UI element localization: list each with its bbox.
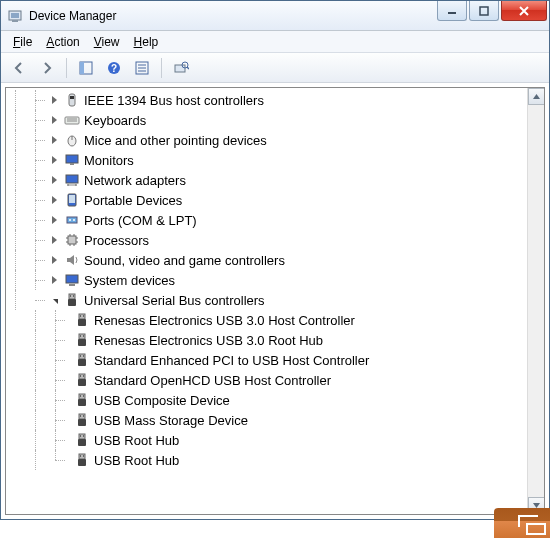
svg-rect-49 — [79, 314, 85, 319]
svg-rect-64 — [83, 375, 84, 377]
svg-rect-59 — [80, 355, 81, 357]
expand-icon[interactable] — [46, 272, 62, 288]
usb-icon — [74, 352, 90, 368]
usb-icon — [74, 412, 90, 428]
expand-icon[interactable] — [46, 192, 62, 208]
svg-rect-63 — [80, 375, 81, 377]
device-manager-window: Device Manager File Action View Help — [0, 0, 550, 520]
tree-node[interactable]: Network adapters — [6, 170, 527, 190]
tree-leaf[interactable]: Renesas Electronics USB 3.0 Host Control… — [6, 310, 527, 330]
svg-rect-31 — [67, 217, 77, 223]
tree-node[interactable]: Monitors — [6, 150, 527, 170]
device-tree[interactable]: IEEE 1394 Bus host controllersKeyboardsM… — [6, 88, 527, 514]
svg-rect-71 — [80, 415, 81, 417]
svg-rect-51 — [80, 315, 81, 317]
expand-icon[interactable] — [46, 112, 62, 128]
tree-leaf[interactable]: Standard OpenHCD USB Host Controller — [6, 370, 527, 390]
menu-file[interactable]: File — [7, 33, 38, 51]
scroll-up-button[interactable] — [528, 88, 545, 105]
svg-rect-50 — [78, 319, 86, 326]
usb-icon — [74, 432, 90, 448]
svg-rect-74 — [78, 439, 86, 446]
keyboard-icon — [64, 112, 80, 128]
tree-leaf-label: USB Composite Device — [94, 393, 240, 408]
toolbar-separator — [66, 58, 67, 78]
usb-icon — [74, 372, 90, 388]
back-button[interactable] — [7, 56, 31, 80]
tree-leaf-label: USB Root Hub — [94, 433, 189, 448]
tree-node[interactable]: IEEE 1394 Bus host controllers — [6, 90, 527, 110]
tree-node[interactable]: Processors — [6, 230, 527, 250]
console-tree-button[interactable] — [74, 56, 98, 80]
svg-rect-4 — [480, 7, 488, 15]
menu-help[interactable]: Help — [128, 33, 165, 51]
svg-rect-46 — [68, 299, 76, 306]
tree-node[interactable]: System devices — [6, 270, 527, 290]
menu-action[interactable]: Action — [40, 33, 85, 51]
expand-icon[interactable] — [46, 132, 62, 148]
port-icon — [64, 212, 80, 228]
tree-node[interactable]: Mice and other pointing devices — [6, 130, 527, 150]
tree-leaf-label: Standard OpenHCD USB Host Controller — [94, 373, 341, 388]
svg-rect-55 — [80, 335, 81, 337]
toolbar: ? — [1, 53, 549, 83]
tree-leaf[interactable]: USB Root Hub — [6, 430, 527, 450]
forward-button[interactable] — [35, 56, 59, 80]
tree-node[interactable]: Ports (COM & LPT) — [6, 210, 527, 230]
expand-icon[interactable] — [46, 92, 62, 108]
tree-node[interactable]: Sound, video and game controllers — [6, 250, 527, 270]
usb-icon — [74, 312, 90, 328]
svg-rect-30 — [69, 195, 75, 203]
svg-rect-44 — [69, 284, 75, 286]
vertical-scrollbar[interactable] — [527, 88, 544, 514]
expand-icon[interactable] — [46, 212, 62, 228]
sound-icon — [64, 252, 80, 268]
svg-rect-69 — [79, 414, 85, 419]
expand-icon[interactable] — [46, 152, 62, 168]
tree-node-label: System devices — [84, 273, 185, 288]
close-button[interactable] — [501, 1, 547, 21]
tree-node[interactable]: Portable Devices — [6, 190, 527, 210]
svg-rect-80 — [83, 455, 84, 457]
collapse-icon[interactable] — [46, 292, 62, 308]
app-icon — [7, 8, 23, 24]
svg-rect-62 — [78, 379, 86, 386]
svg-point-32 — [69, 219, 71, 221]
expand-icon[interactable] — [46, 232, 62, 248]
tree-leaf[interactable]: USB Mass Storage Device — [6, 410, 527, 430]
tree-node-expanded[interactable]: Universal Serial Bus controllers — [6, 290, 527, 310]
usb-icon — [74, 332, 90, 348]
window-title: Device Manager — [29, 9, 116, 23]
svg-rect-17 — [70, 96, 74, 99]
tree-node[interactable]: Keyboards — [6, 110, 527, 130]
tree-leaf[interactable]: Standard Enhanced PCI to USB Host Contro… — [6, 350, 527, 370]
portable-icon — [64, 192, 80, 208]
menu-view[interactable]: View — [88, 33, 126, 51]
svg-rect-78 — [78, 459, 86, 466]
svg-rect-1 — [11, 13, 19, 18]
tree-leaf-label: Renesas Electronics USB 3.0 Host Control… — [94, 313, 365, 328]
svg-rect-43 — [66, 275, 78, 283]
svg-rect-34 — [68, 236, 76, 244]
tree-node-label: Mice and other pointing devices — [84, 133, 277, 148]
expand-icon[interactable] — [46, 172, 62, 188]
svg-rect-68 — [83, 395, 84, 397]
maximize-button[interactable] — [469, 1, 499, 21]
tree-node-label: IEEE 1394 Bus host controllers — [84, 93, 274, 108]
minimize-button[interactable] — [437, 1, 467, 21]
scan-hardware-button[interactable] — [169, 56, 193, 80]
tree-leaf[interactable]: USB Composite Device — [6, 390, 527, 410]
properties-button[interactable] — [130, 56, 154, 80]
svg-rect-52 — [83, 315, 84, 317]
tree-node-label: Sound, video and game controllers — [84, 253, 295, 268]
svg-rect-76 — [83, 435, 84, 437]
tree-leaf-label: USB Root Hub — [94, 453, 189, 468]
tree-node-label: Portable Devices — [84, 193, 192, 208]
tree-leaf[interactable]: USB Root Hub — [6, 450, 527, 470]
tree-leaf[interactable]: Renesas Electronics USB 3.0 Root Hub — [6, 330, 527, 350]
svg-rect-45 — [69, 294, 75, 299]
expand-icon[interactable] — [46, 252, 62, 268]
svg-rect-48 — [73, 295, 74, 297]
titlebar[interactable]: Device Manager — [1, 1, 549, 31]
help-button[interactable]: ? — [102, 56, 126, 80]
